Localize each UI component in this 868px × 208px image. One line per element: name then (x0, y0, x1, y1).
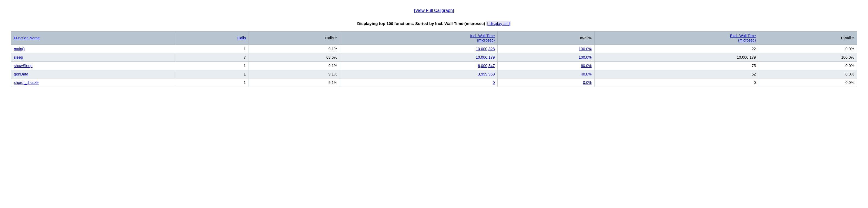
cell-calls: 1 (175, 62, 249, 70)
col-header-calls-pct: Calls% (249, 32, 340, 45)
table-header-row: Function Name Calls Calls% Incl. Wall Ti… (11, 32, 857, 45)
cell-calls: 1 (175, 70, 249, 78)
cell-ewall-pct: 0.0% (759, 70, 857, 78)
function-name-link[interactable]: sleep (14, 55, 23, 60)
iwall-pct-link[interactable]: 0.0% (583, 80, 592, 85)
iwall-pct-link[interactable]: 100.0% (579, 55, 591, 60)
cell-incl-wall: 6,000,347 (340, 62, 498, 70)
cell-function-name: main() (11, 45, 175, 53)
cell-incl-wall: 10,000,328 (340, 45, 498, 53)
table-row: xhprof_disable19.1%00.0%00.0% (11, 78, 857, 87)
iwall-pct-link[interactable]: 100.0% (579, 47, 591, 51)
cell-ewall-pct: 0.0% (759, 78, 857, 87)
incl-wall-link[interactable]: 10,000,328 (475, 47, 495, 51)
cell-calls-pct: 9.1% (249, 62, 340, 70)
cell-excl-wall: 22 (594, 45, 759, 53)
cell-excl-wall: 75 (594, 62, 759, 70)
function-name-link[interactable]: genData (14, 72, 28, 76)
table-row: showSleep19.1%6,000,34760.0%750.0% (11, 62, 857, 70)
col-header-calls-link[interactable]: Calls (238, 36, 246, 40)
display-all-link[interactable]: [ display all ] (486, 21, 511, 26)
col-header-function-name-link[interactable]: Function Name (14, 36, 40, 40)
cell-calls: 7 (175, 53, 249, 62)
view-callgraph-section: [View Full Callgraph] (11, 8, 857, 13)
cell-ewall-pct: 0.0% (759, 45, 857, 53)
cell-function-name: showSleep (11, 62, 175, 70)
cell-excl-wall: 0 (594, 78, 759, 87)
col-header-incl-wall-link[interactable]: Incl. Wall Time(microsec) (470, 34, 495, 42)
col-header-ewall-pct: EWall% (759, 32, 857, 45)
col-header-excl-wall-link[interactable]: Excl. Wall Time(microsec) (730, 34, 756, 42)
col-header-excl-wall: Excl. Wall Time(microsec) (594, 32, 759, 45)
cell-calls-pct: 9.1% (249, 78, 340, 87)
cell-iwall-pct: 100.0% (498, 45, 594, 53)
display-info-section: Displaying top 100 functions: Sorted by … (11, 21, 857, 26)
col-header-function-name: Function Name (11, 32, 175, 45)
cell-iwall-pct: 40.0% (498, 70, 594, 78)
table-row: sleep763.6%10,000,179100.0%10,000,179100… (11, 53, 857, 62)
cell-calls-pct: 9.1% (249, 70, 340, 78)
cell-function-name: sleep (11, 53, 175, 62)
col-header-calls: Calls (175, 32, 249, 45)
incl-wall-link[interactable]: 0 (493, 80, 495, 85)
cell-incl-wall: 10,000,179 (340, 53, 498, 62)
cell-calls-pct: 9.1% (249, 45, 340, 53)
cell-iwall-pct: 60.0% (498, 62, 594, 70)
cell-incl-wall: 3,999,959 (340, 70, 498, 78)
function-name-link[interactable]: showSleep (14, 64, 33, 68)
iwall-pct-link[interactable]: 40.0% (581, 72, 592, 76)
cell-ewall-pct: 100.0% (759, 53, 857, 62)
table-row: main()19.1%10,000,328100.0%220.0% (11, 45, 857, 53)
cell-excl-wall: 10,000,179 (594, 53, 759, 62)
cell-incl-wall: 0 (340, 78, 498, 87)
cell-function-name: xhprof_disable (11, 78, 175, 87)
incl-wall-link[interactable]: 10,000,179 (475, 55, 495, 60)
functions-table: Function Name Calls Calls% Incl. Wall Ti… (11, 31, 857, 87)
view-callgraph-link[interactable]: [View Full Callgraph] (414, 8, 454, 13)
function-name-link[interactable]: xhprof_disable (14, 80, 39, 85)
display-info-text: Displaying top 100 functions: Sorted by … (357, 21, 485, 26)
cell-function-name: genData (11, 70, 175, 78)
cell-excl-wall: 52 (594, 70, 759, 78)
col-header-incl-wall: Incl. Wall Time(microsec) (340, 32, 498, 45)
iwall-pct-link[interactable]: 60.0% (581, 64, 592, 68)
cell-ewall-pct: 0.0% (759, 62, 857, 70)
cell-iwall-pct: 100.0% (498, 53, 594, 62)
cell-calls: 1 (175, 78, 249, 87)
incl-wall-link[interactable]: 6,000,347 (478, 64, 495, 68)
function-name-link[interactable]: main() (14, 47, 25, 51)
cell-iwall-pct: 0.0% (498, 78, 594, 87)
table-row: genData19.1%3,999,95940.0%520.0% (11, 70, 857, 78)
incl-wall-link[interactable]: 3,999,959 (478, 72, 495, 76)
col-header-iwall-pct: IWall% (498, 32, 594, 45)
cell-calls-pct: 63.6% (249, 53, 340, 62)
cell-calls: 1 (175, 45, 249, 53)
